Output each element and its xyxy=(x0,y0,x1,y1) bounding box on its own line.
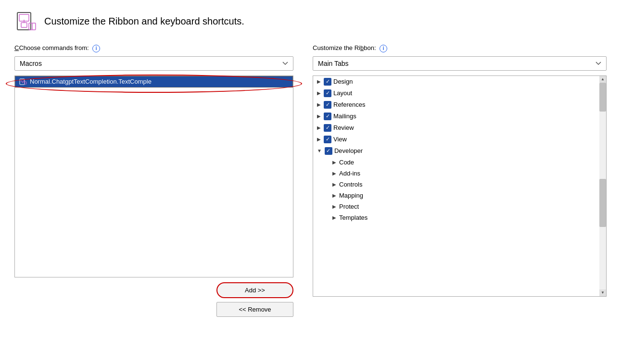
main-layout: CChoose commands from: i Macros Popular … xyxy=(14,44,607,317)
chevron-right-icon: ▶ xyxy=(317,137,321,142)
choose-commands-dropdown[interactable]: Macros Popular Commands Commands Not in … xyxy=(14,56,293,71)
scrollbar-up-arrow[interactable]: ▲ xyxy=(599,76,606,83)
tree-item-developer[interactable]: ▼ ✓ Developer xyxy=(313,145,606,157)
tree-item-label: Protect xyxy=(339,203,359,210)
tree-item-label: Mapping xyxy=(339,192,363,199)
choose-commands-info-icon: i xyxy=(92,45,100,52)
chevron-right-icon: ▶ xyxy=(317,102,321,107)
right-panel: Customize the Ribbon: i Main Tabs Tool T… xyxy=(313,44,607,297)
tree-item-label: Review xyxy=(333,124,354,131)
customize-ribbon-label: Customize the Ribbon: i xyxy=(313,44,607,52)
checkbox-icon: ✓ xyxy=(324,124,331,132)
checkbox-icon: ✓ xyxy=(324,101,331,109)
checkbox-icon: ✓ xyxy=(324,113,331,120)
svg-rect-7 xyxy=(21,80,24,82)
scrollbar-thumb-lower[interactable] xyxy=(599,179,606,227)
remove-button[interactable]: << Remove xyxy=(216,302,293,317)
left-panel: CChoose commands from: i Macros Popular … xyxy=(14,44,293,317)
tree-item-label: Templates xyxy=(339,214,368,221)
checkbox-icon: ✓ xyxy=(324,136,331,143)
tree-item-label: View xyxy=(333,136,347,143)
tree-item-mapping[interactable]: ▶ Mapping xyxy=(313,190,606,201)
scrollbar-down-arrow[interactable]: ▼ xyxy=(599,289,606,296)
chevron-down-icon: ▼ xyxy=(317,148,322,153)
checkbox-icon: ✓ xyxy=(324,78,331,86)
tree-item-protect[interactable]: ▶ Protect xyxy=(313,201,606,212)
list-item[interactable]: Normal.ChatgptTextCompletion.TextComple xyxy=(15,76,293,88)
chevron-right-icon: ▶ xyxy=(332,204,336,209)
tree-item-label: Developer xyxy=(334,147,363,154)
tree-item-review[interactable]: ▶ ✓ Review xyxy=(313,122,606,134)
tree-item-label: Layout xyxy=(333,89,352,97)
tree-item-layout[interactable]: ▶ ✓ Layout xyxy=(313,88,606,99)
tree-item-view[interactable]: ▶ ✓ View xyxy=(313,134,606,145)
chevron-right-icon: ▶ xyxy=(332,182,336,187)
list-item-label: Normal.ChatgptTextCompletion.TextComple xyxy=(30,78,152,85)
page-title: Customize the Ribbon and keyboard shortc… xyxy=(44,16,244,27)
svg-rect-9 xyxy=(25,82,26,84)
tree-item-templates[interactable]: ▶ Templates xyxy=(313,212,606,223)
choose-commands-label: CChoose commands from: i xyxy=(14,44,293,52)
chevron-right-icon: ▶ xyxy=(332,171,336,176)
chevron-right-icon: ▶ xyxy=(332,193,336,198)
macro-icon xyxy=(19,78,27,86)
checkbox-icon: ✓ xyxy=(324,89,331,97)
checkbox-icon: ✓ xyxy=(325,147,332,155)
chevron-right-icon: ▶ xyxy=(332,160,336,165)
ribbon-tree-list[interactable]: ▲ ▶ ✓ Design ▶ ✓ Layout ▶ ✓ References ▶… xyxy=(313,75,607,297)
buttons-section: Add >> << Remove xyxy=(14,282,293,317)
customize-ribbon-icon xyxy=(14,10,38,33)
tree-item-design[interactable]: ▶ ✓ Design xyxy=(313,76,606,88)
scrollbar-track xyxy=(599,83,606,289)
svg-rect-2 xyxy=(21,23,27,27)
tree-item-references[interactable]: ▶ ✓ References xyxy=(313,99,606,111)
customize-ribbon-dropdown[interactable]: Main Tabs Tool Tabs All Tabs xyxy=(313,56,607,71)
scrollbar-thumb[interactable] xyxy=(599,83,606,112)
chevron-right-icon: ▶ xyxy=(317,79,321,84)
chevron-right-icon: ▶ xyxy=(317,125,321,130)
tree-item-label: References xyxy=(333,101,365,108)
chevron-right-icon: ▶ xyxy=(317,113,321,119)
tree-item-label: Controls xyxy=(339,181,362,188)
tree-item-label: Design xyxy=(333,78,353,85)
chevron-right-icon: ▶ xyxy=(317,90,321,96)
customize-ribbon-info-icon: i xyxy=(380,45,387,52)
tree-item-label: Mailings xyxy=(333,113,356,120)
commands-list[interactable]: Normal.ChatgptTextCompletion.TextComple xyxy=(14,75,293,277)
tree-item-label: Code xyxy=(339,159,354,166)
chevron-right-icon: ▶ xyxy=(332,215,336,220)
add-button[interactable]: Add >> xyxy=(216,282,293,298)
left-list-wrapper: Normal.ChatgptTextCompletion.TextComple xyxy=(14,75,293,277)
tree-item-add-ins[interactable]: ▶ Add-ins xyxy=(313,168,606,179)
header-section: Customize the Ribbon and keyboard shortc… xyxy=(14,10,607,33)
tree-item-label: Add-ins xyxy=(339,170,360,177)
tree-item-mailings[interactable]: ▶ ✓ Mailings xyxy=(313,111,606,122)
tree-item-code[interactable]: ▶ Code xyxy=(313,157,606,168)
tree-item-controls[interactable]: ▶ Controls xyxy=(313,179,606,190)
